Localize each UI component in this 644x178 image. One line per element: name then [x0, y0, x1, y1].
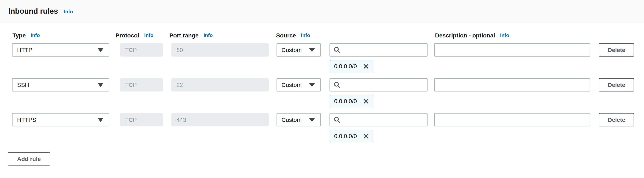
source-search-input[interactable] [330, 113, 428, 126]
delete-button[interactable]: Delete [599, 43, 634, 57]
port-range-info-link[interactable]: Info [204, 32, 213, 38]
token-remove-button[interactable] [363, 63, 369, 69]
description-input[interactable] [434, 43, 590, 57]
source-column-label: Source [276, 32, 296, 39]
description-input[interactable] [434, 78, 590, 91]
panel-header: Inbound rules Info [0, 0, 644, 23]
protocol-column-header: Protocol Info [116, 32, 154, 39]
port-range-field: 22 [172, 78, 268, 91]
source-mode-select[interactable]: Custom [276, 78, 321, 91]
port-range-field: 443 [172, 113, 268, 126]
type-column-label: Type [12, 32, 26, 39]
port-range-column-label: Port range [169, 32, 198, 39]
chevron-down-icon [309, 48, 315, 52]
chevron-down-icon [98, 48, 104, 52]
protocol-column-label: Protocol [116, 32, 139, 39]
source-token: 0.0.0.0/0 [330, 60, 373, 72]
source-search-input[interactable] [330, 78, 428, 91]
description-column-label: Description - optional [435, 32, 495, 39]
source-mode-value: Custom [282, 47, 302, 53]
type-select-value: SSH [17, 82, 29, 88]
source-search [330, 43, 428, 57]
protocol-field: TCP [120, 113, 163, 126]
inbound-rules-panel: Inbound rules Info Type Info Protocol In… [0, 0, 644, 178]
delete-button[interactable]: Delete [599, 78, 634, 91]
add-rule-button[interactable]: Add rule [8, 152, 50, 166]
description-input[interactable] [434, 113, 590, 126]
rule-fields: HTTPS TCP 443 Custom Delete [0, 113, 644, 126]
source-token-value: 0.0.0.0/0 [334, 63, 357, 70]
source-token: 0.0.0.0/0 [330, 130, 373, 142]
rule-row: HTTPS TCP 443 Custom Delete 0.0.0.0/0 [0, 113, 644, 142]
type-info-link[interactable]: Info [31, 32, 40, 38]
protocol-info-link[interactable]: Info [144, 32, 154, 38]
source-mode-value: Custom [282, 82, 302, 88]
type-column-header: Type Info [12, 32, 40, 39]
source-token-row: 0.0.0.0/0 [0, 60, 644, 72]
source-mode-select[interactable]: Custom [276, 43, 321, 57]
protocol-field: TCP [120, 43, 163, 57]
port-range-field: 80 [172, 43, 268, 57]
close-icon [363, 133, 369, 139]
source-search-input[interactable] [330, 43, 428, 57]
close-icon [363, 63, 369, 69]
type-select-value: HTTP [17, 47, 32, 53]
source-info-link[interactable]: Info [301, 32, 310, 38]
source-search [330, 78, 428, 91]
rule-fields: SSH TCP 22 Custom Delete [0, 78, 644, 91]
column-headers: Type Info Protocol Info Port range Info … [0, 32, 644, 39]
close-icon [363, 98, 369, 104]
protocol-field: TCP [120, 78, 163, 91]
description-info-link[interactable]: Info [500, 32, 509, 38]
rule-row: SSH TCP 22 Custom Delete 0.0.0.0/0 [0, 78, 644, 107]
title-info-link[interactable]: Info [64, 8, 73, 14]
chevron-down-icon [98, 83, 104, 87]
source-mode-value: Custom [282, 116, 302, 123]
type-select[interactable]: HTTP [12, 43, 109, 57]
source-token-row: 0.0.0.0/0 [0, 95, 644, 107]
type-select[interactable]: SSH [12, 78, 109, 91]
description-column-header: Description - optional Info [435, 32, 509, 39]
source-mode-select[interactable]: Custom [276, 113, 321, 126]
rule-row: HTTP TCP 80 Custom Delete 0.0.0.0/0 [0, 43, 644, 72]
page-title: Inbound rules [8, 7, 58, 16]
delete-button[interactable]: Delete [599, 113, 634, 126]
type-select[interactable]: HTTPS [12, 113, 109, 126]
source-column-header: Source Info [276, 32, 310, 39]
chevron-down-icon [309, 118, 315, 122]
source-token-value: 0.0.0.0/0 [334, 133, 357, 139]
token-remove-button[interactable] [363, 98, 369, 104]
token-remove-button[interactable] [363, 133, 369, 139]
source-token-row: 0.0.0.0/0 [0, 130, 644, 142]
port-range-column-header: Port range Info [169, 32, 213, 39]
type-select-value: HTTPS [17, 116, 36, 123]
source-search [330, 113, 428, 126]
rule-fields: HTTP TCP 80 Custom Delete [0, 43, 644, 57]
source-token: 0.0.0.0/0 [330, 95, 373, 107]
source-token-value: 0.0.0.0/0 [334, 98, 357, 104]
chevron-down-icon [309, 83, 315, 87]
chevron-down-icon [98, 118, 104, 122]
